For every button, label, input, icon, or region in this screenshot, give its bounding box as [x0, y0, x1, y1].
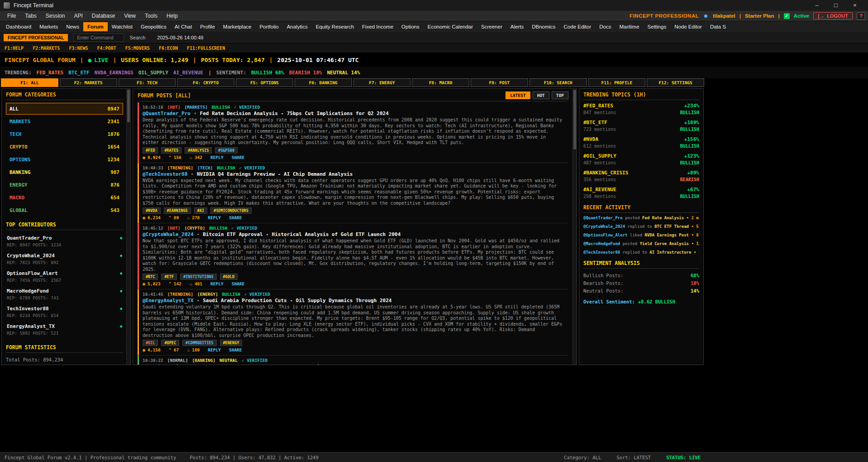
- activity-item[interactable]: @QuantTrader_Pro posted Fed Rate Analysi…: [583, 216, 699, 220]
- hashtag-chip[interactable]: #RATES: [161, 147, 181, 154]
- contributor-row[interactable]: CryptoWhale_2024● REP: 7823 POSTS: 892: [6, 250, 123, 268]
- activity-item[interactable]: @TechInvestor88 replied to AI Infrastruc…: [583, 250, 699, 255]
- forum-post[interactable]: 16:38:22 [NORMAL] [BANKING] NEUTRAL ✓ VE…: [138, 356, 568, 365]
- nav-tab[interactable]: Equity Research: [312, 22, 358, 31]
- function-key[interactable]: F4:PORT: [97, 46, 116, 51]
- forum-tab[interactable]: F11: PROFILE: [588, 78, 646, 87]
- category-row[interactable]: OPTIONS 1234: [6, 154, 123, 165]
- nav-tab[interactable]: Data S: [706, 22, 730, 31]
- forum-post[interactable]: 16:45:12 [HOT] [CRYPTO] BULLISH ✓ VERIFI…: [138, 223, 568, 289]
- trending-topic[interactable]: #BANKING_CRISIS+89% 356 mentionsBEARISH: [583, 170, 699, 182]
- forum-post[interactable]: 16:48:33 [TRENDING] [TECH] BULLISH ✓ VER…: [138, 163, 568, 224]
- menu-item[interactable]: Help: [162, 12, 182, 20]
- hashtag-chip[interactable]: #ETF: [161, 274, 176, 280]
- post-author[interactable]: @QuantTrader_Pro: [143, 111, 191, 116]
- nav-tab[interactable]: Watchlist: [108, 22, 137, 31]
- trending-tag[interactable]: FED_RATES: [37, 70, 64, 76]
- forum-tab[interactable]: F1: ALL: [1, 78, 58, 87]
- reply-button[interactable]: REPLY: [210, 281, 224, 286]
- contributor-row[interactable]: TechInvestor88● REP: 6234 POSTS: 654: [6, 303, 123, 321]
- nav-tab[interactable]: Settings: [644, 22, 671, 31]
- nav-tab[interactable]: Profile: [196, 22, 219, 31]
- categories-scrollbar[interactable]: [126, 89, 130, 365]
- hashtag-chip[interactable]: #ENERGY: [220, 340, 243, 346]
- share-button[interactable]: SHARE: [232, 281, 245, 286]
- function-key[interactable]: F2:MARKETS: [33, 46, 60, 51]
- reply-button[interactable]: REPLY: [210, 155, 224, 160]
- hashtag-chip[interactable]: #FED: [143, 147, 158, 154]
- nav-tab[interactable]: Node Editor: [670, 22, 706, 31]
- function-key[interactable]: F5:MOVERS: [125, 46, 150, 51]
- category-row[interactable]: BANKING 987: [6, 166, 123, 178]
- nav-tab[interactable]: Fixed Income: [358, 22, 397, 31]
- category-row[interactable]: ALL 8947: [6, 103, 123, 115]
- hashtag-chip[interactable]: #AI: [194, 207, 207, 214]
- nav-tab[interactable]: Alerts: [506, 22, 528, 31]
- forum-tab[interactable]: F2: MARKETS: [60, 78, 117, 87]
- post-author[interactable]: @CryptoWhale_2024: [143, 231, 194, 237]
- command-input[interactable]: [73, 34, 124, 42]
- trending-topic[interactable]: #FED_RATES+234% 847 mentionsBULLISH: [583, 103, 699, 115]
- activity-item[interactable]: @CryptoWhale_2024 replied to BTC ETF Thr…: [583, 224, 699, 229]
- activity-item[interactable]: @MacroHedgeFund posted Yield Curve Analy…: [583, 241, 699, 246]
- forum-post[interactable]: 16:41:45 [TRENDING] [ENERGY] BULLISH ✓ V…: [138, 289, 568, 356]
- hashtag-chip[interactable]: #EARNINGS: [164, 207, 191, 214]
- nav-tab[interactable]: Analytics: [283, 22, 312, 31]
- trending-tag[interactable]: AI_REVENUE: [173, 70, 203, 76]
- function-key[interactable]: F1:HELP: [5, 46, 24, 51]
- category-row[interactable]: CRYPTO 1654: [6, 141, 123, 153]
- nav-tab[interactable]: Docs: [595, 22, 615, 31]
- trending-topic[interactable]: #OIL_SUPPLY+123% 487 mentionsBULLISH: [583, 153, 699, 165]
- nav-tab[interactable]: Code Editor: [560, 22, 596, 31]
- contributor-row[interactable]: MacroHedgeFund● REP: 6789 POSTS: 743: [6, 286, 123, 303]
- share-button[interactable]: SHARE: [229, 347, 242, 352]
- nav-tab[interactable]: AI Chat: [171, 22, 196, 31]
- category-row[interactable]: MARKETS 2341: [6, 116, 123, 127]
- forum-tab[interactable]: F4: CRYPTO: [177, 78, 234, 87]
- nav-tab[interactable]: Dashboard: [2, 22, 35, 31]
- hashtag-chip[interactable]: #COMMODITIES: [182, 340, 216, 346]
- nav-tab[interactable]: Markets: [35, 22, 62, 31]
- nav-tab[interactable]: Options: [397, 22, 424, 31]
- function-key[interactable]: F11:FULLSCREEN: [187, 46, 225, 51]
- menu-item[interactable]: Tabs: [20, 12, 41, 20]
- trending-tag[interactable]: BTC_ETF: [68, 70, 89, 76]
- menu-item[interactable]: Tools: [140, 12, 162, 20]
- trending-topic[interactable]: #BTC_ETF+189% 723 mentionsBULLISH: [583, 120, 699, 132]
- scrollbar-thumb[interactable]: [127, 90, 130, 122]
- forum-tab[interactable]: F8: MACRO: [412, 78, 469, 87]
- nav-tab[interactable]: Geopolitics: [137, 22, 171, 31]
- forum-tab[interactable]: F12: SETTINGS: [647, 78, 704, 87]
- forum-tab[interactable]: F6: BANKING: [295, 78, 352, 87]
- category-row[interactable]: GLOBAL 543: [6, 204, 123, 216]
- trending-tag[interactable]: NVDA_EARNINGS: [95, 70, 134, 76]
- hashtag-chip[interactable]: #NVDA: [143, 207, 161, 214]
- nav-tab[interactable]: Portfolio: [255, 22, 282, 31]
- trending-topic[interactable]: #AI_REVENUE+67% 298 mentionsBULLISH: [583, 187, 699, 199]
- maximize-button[interactable]: □: [826, 0, 845, 11]
- menu-item[interactable]: Session: [41, 12, 70, 20]
- hashtag-chip[interactable]: #S&P500: [215, 147, 238, 154]
- menu-item[interactable]: API: [69, 12, 87, 20]
- menu-item[interactable]: Database: [87, 12, 119, 20]
- category-row[interactable]: ENERGY 876: [6, 179, 123, 191]
- reply-button[interactable]: REPLY: [208, 347, 221, 352]
- contributor-row[interactable]: EnergyAnalyst_TX● REP: 5892 POSTS: 521: [6, 321, 123, 339]
- contributor-row[interactable]: QuantTrader_Pro● REP: 8947 POSTS: 1234: [6, 233, 123, 250]
- post-author[interactable]: @BankingInsider: [143, 364, 187, 365]
- reply-button[interactable]: REPLY: [208, 215, 221, 220]
- forum-tab[interactable]: F7: ENERGY: [353, 78, 411, 87]
- sort-button[interactable]: LATEST: [506, 91, 530, 99]
- hashtag-chip[interactable]: #ANALYSIS: [185, 147, 212, 154]
- share-button[interactable]: SHARE: [232, 155, 245, 160]
- share-button[interactable]: SHARE: [229, 215, 242, 220]
- category-row[interactable]: MACRO 654: [6, 192, 123, 203]
- search-button[interactable]: Search: [129, 35, 145, 40]
- nav-tab[interactable]: Maritime: [615, 22, 644, 31]
- forum-tab[interactable]: F5: OPTIONS: [236, 78, 293, 87]
- activity-item[interactable]: @OptionsFlow_Alert liked NVDA Earnings P…: [583, 233, 699, 237]
- category-row[interactable]: TECH 1876: [6, 128, 123, 140]
- posts-scrollbar[interactable]: [572, 89, 577, 365]
- forum-post[interactable]: 16:52:18 [HOT] [MARKETS] BULLISH ✓ VERIF…: [138, 102, 568, 163]
- active-checkbox[interactable]: ✓: [784, 13, 790, 19]
